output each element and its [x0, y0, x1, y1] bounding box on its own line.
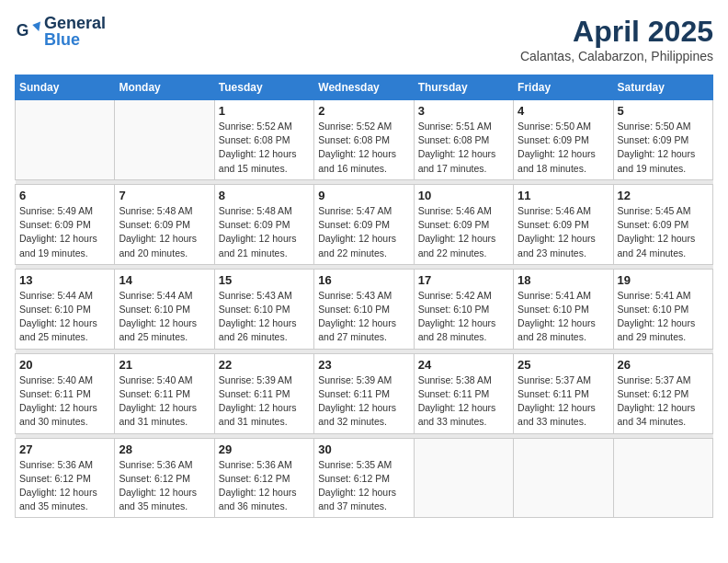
calendar-cell: 26Sunrise: 5:37 AM Sunset: 6:12 PM Dayli… — [613, 353, 712, 433]
day-info: Sunrise: 5:52 AM Sunset: 6:08 PM Dayligh… — [318, 120, 409, 176]
calendar-cell: 7Sunrise: 5:48 AM Sunset: 6:09 PM Daylig… — [115, 184, 214, 264]
day-number: 7 — [119, 189, 210, 202]
day-number: 4 — [518, 104, 609, 118]
calendar-cell: 28Sunrise: 5:36 AM Sunset: 6:12 PM Dayli… — [115, 438, 214, 518]
logo-blue: Blue — [44, 30, 80, 49]
day-info: Sunrise: 5:36 AM Sunset: 6:12 PM Dayligh… — [219, 458, 310, 514]
day-number: 23 — [318, 358, 409, 372]
calendar-cell — [115, 100, 214, 180]
day-info: Sunrise: 5:35 AM Sunset: 6:12 PM Dayligh… — [318, 458, 409, 514]
day-info: Sunrise: 5:37 AM Sunset: 6:12 PM Dayligh… — [618, 373, 709, 430]
day-info: Sunrise: 5:36 AM Sunset: 6:12 PM Dayligh… — [19, 458, 110, 514]
day-number: 21 — [119, 358, 210, 372]
day-info: Sunrise: 5:50 AM Sunset: 6:09 PM Dayligh… — [618, 120, 709, 176]
day-info: Sunrise: 5:39 AM Sunset: 6:11 PM Dayligh… — [318, 373, 409, 430]
day-of-week-header: Friday — [514, 75, 613, 100]
day-info: Sunrise: 5:44 AM Sunset: 6:10 PM Dayligh… — [19, 289, 110, 345]
day-info: Sunrise: 5:43 AM Sunset: 6:10 PM Dayligh… — [219, 289, 310, 345]
day-number: 17 — [418, 273, 509, 287]
day-info: Sunrise: 5:41 AM Sunset: 6:10 PM Dayligh… — [518, 289, 609, 345]
day-number: 11 — [518, 189, 609, 202]
day-info: Sunrise: 5:46 AM Sunset: 6:09 PM Dayligh… — [418, 204, 509, 260]
calendar-cell: 4Sunrise: 5:50 AM Sunset: 6:09 PM Daylig… — [514, 100, 613, 180]
day-info: Sunrise: 5:52 AM Sunset: 6:08 PM Dayligh… — [219, 120, 310, 176]
day-of-week-header: Saturday — [613, 75, 712, 100]
day-info: Sunrise: 5:37 AM Sunset: 6:11 PM Dayligh… — [518, 373, 609, 430]
logo-icon: G — [15, 18, 40, 44]
calendar-cell: 20Sunrise: 5:40 AM Sunset: 6:11 PM Dayli… — [16, 353, 115, 433]
day-number: 13 — [19, 273, 110, 287]
day-info: Sunrise: 5:49 AM Sunset: 6:09 PM Dayligh… — [19, 204, 110, 260]
calendar-cell: 14Sunrise: 5:44 AM Sunset: 6:10 PM Dayli… — [115, 269, 214, 349]
calendar-cell: 23Sunrise: 5:39 AM Sunset: 6:11 PM Dayli… — [314, 353, 414, 433]
day-info: Sunrise: 5:46 AM Sunset: 6:09 PM Dayligh… — [518, 204, 609, 260]
calendar-cell: 3Sunrise: 5:51 AM Sunset: 6:08 PM Daylig… — [414, 100, 513, 180]
calendar-cell: 11Sunrise: 5:46 AM Sunset: 6:09 PM Dayli… — [514, 184, 613, 264]
calendar-header-row: SundayMondayTuesdayWednesdayThursdayFrid… — [16, 75, 713, 100]
logo-general: General — [44, 14, 106, 32]
day-info: Sunrise: 5:42 AM Sunset: 6:10 PM Dayligh… — [418, 289, 509, 345]
calendar-cell: 6Sunrise: 5:49 AM Sunset: 6:09 PM Daylig… — [16, 184, 115, 264]
day-number: 1 — [219, 104, 310, 118]
calendar-cell: 12Sunrise: 5:45 AM Sunset: 6:09 PM Dayli… — [613, 184, 712, 264]
day-info: Sunrise: 5:45 AM Sunset: 6:09 PM Dayligh… — [618, 204, 709, 260]
day-number: 30 — [318, 442, 409, 456]
calendar-week-row: 27Sunrise: 5:36 AM Sunset: 6:12 PM Dayli… — [16, 438, 713, 518]
day-number: 8 — [219, 189, 310, 202]
day-info: Sunrise: 5:43 AM Sunset: 6:10 PM Dayligh… — [318, 289, 409, 345]
day-of-week-header: Sunday — [16, 75, 115, 100]
day-number: 5 — [618, 104, 709, 118]
page-header: G General Blue April 2025 Calantas, Cala… — [15, 15, 713, 63]
title-block: April 2025 Calantas, Calabarzon, Philipp… — [520, 15, 713, 63]
day-number: 19 — [618, 273, 709, 287]
day-number: 28 — [119, 442, 210, 456]
calendar-cell — [514, 438, 613, 518]
calendar-cell: 25Sunrise: 5:37 AM Sunset: 6:11 PM Dayli… — [514, 353, 613, 433]
calendar-cell: 21Sunrise: 5:40 AM Sunset: 6:11 PM Dayli… — [115, 353, 214, 433]
calendar-cell: 19Sunrise: 5:41 AM Sunset: 6:10 PM Dayli… — [613, 269, 712, 349]
calendar-cell: 29Sunrise: 5:36 AM Sunset: 6:12 PM Dayli… — [214, 438, 313, 518]
day-of-week-header: Wednesday — [314, 75, 414, 100]
day-info: Sunrise: 5:48 AM Sunset: 6:09 PM Dayligh… — [219, 204, 310, 260]
calendar-cell: 24Sunrise: 5:38 AM Sunset: 6:11 PM Dayli… — [414, 353, 513, 433]
day-info: Sunrise: 5:39 AM Sunset: 6:11 PM Dayligh… — [219, 373, 310, 430]
day-number: 22 — [219, 358, 310, 372]
day-of-week-header: Tuesday — [214, 75, 313, 100]
day-info: Sunrise: 5:38 AM Sunset: 6:11 PM Dayligh… — [418, 373, 509, 430]
day-info: Sunrise: 5:51 AM Sunset: 6:08 PM Dayligh… — [418, 120, 509, 176]
day-info: Sunrise: 5:36 AM Sunset: 6:12 PM Dayligh… — [119, 458, 210, 514]
day-of-week-header: Thursday — [414, 75, 513, 100]
day-info: Sunrise: 5:50 AM Sunset: 6:09 PM Dayligh… — [518, 120, 609, 176]
calendar-cell: 30Sunrise: 5:35 AM Sunset: 6:12 PM Dayli… — [314, 438, 414, 518]
day-number: 15 — [219, 273, 310, 287]
day-of-week-header: Monday — [115, 75, 214, 100]
calendar-table: SundayMondayTuesdayWednesdayThursdayFrid… — [15, 75, 713, 518]
day-number: 10 — [418, 189, 509, 202]
calendar-cell: 22Sunrise: 5:39 AM Sunset: 6:11 PM Dayli… — [214, 353, 313, 433]
day-info: Sunrise: 5:48 AM Sunset: 6:09 PM Dayligh… — [119, 204, 210, 260]
calendar-cell: 9Sunrise: 5:47 AM Sunset: 6:09 PM Daylig… — [314, 184, 414, 264]
day-number: 2 — [318, 104, 409, 118]
calendar-cell: 17Sunrise: 5:42 AM Sunset: 6:10 PM Dayli… — [414, 269, 513, 349]
day-number: 18 — [518, 273, 609, 287]
calendar-cell: 18Sunrise: 5:41 AM Sunset: 6:10 PM Dayli… — [514, 269, 613, 349]
day-info: Sunrise: 5:47 AM Sunset: 6:09 PM Dayligh… — [318, 204, 409, 260]
calendar-cell: 13Sunrise: 5:44 AM Sunset: 6:10 PM Dayli… — [16, 269, 115, 349]
svg-text:G: G — [17, 21, 29, 40]
day-number: 16 — [318, 273, 409, 287]
calendar-cell: 2Sunrise: 5:52 AM Sunset: 6:08 PM Daylig… — [314, 100, 414, 180]
day-number: 29 — [219, 442, 310, 456]
day-number: 6 — [19, 189, 110, 202]
day-info: Sunrise: 5:44 AM Sunset: 6:10 PM Dayligh… — [119, 289, 210, 345]
calendar-cell: 10Sunrise: 5:46 AM Sunset: 6:09 PM Dayli… — [414, 184, 513, 264]
svg-marker-1 — [32, 22, 40, 32]
day-number: 12 — [618, 189, 709, 202]
calendar-cell: 5Sunrise: 5:50 AM Sunset: 6:09 PM Daylig… — [613, 100, 712, 180]
day-number: 26 — [618, 358, 709, 372]
calendar-cell: 16Sunrise: 5:43 AM Sunset: 6:10 PM Dayli… — [314, 269, 414, 349]
day-info: Sunrise: 5:40 AM Sunset: 6:11 PM Dayligh… — [119, 373, 210, 430]
calendar-week-row: 1Sunrise: 5:52 AM Sunset: 6:08 PM Daylig… — [16, 100, 713, 180]
calendar-week-row: 6Sunrise: 5:49 AM Sunset: 6:09 PM Daylig… — [16, 184, 713, 264]
calendar-week-row: 20Sunrise: 5:40 AM Sunset: 6:11 PM Dayli… — [16, 353, 713, 433]
calendar-cell — [16, 100, 115, 180]
